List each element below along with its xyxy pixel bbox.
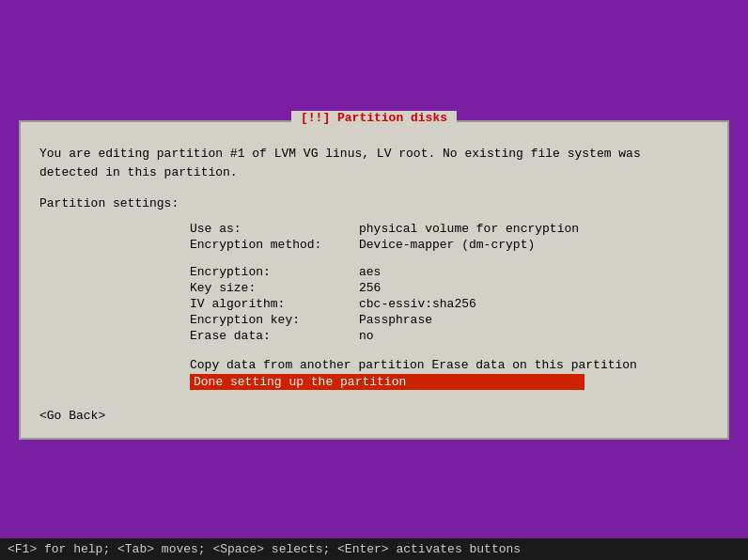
section-label: Partition settings: <box>39 196 709 210</box>
setting-row-iv-algorithm: IV algorithm: cbc-essiv:sha256 <box>190 297 709 311</box>
setting-key-encryption-method: Encryption method: <box>190 238 359 252</box>
description-text: You are editing partition #1 of LVM VG l… <box>39 145 709 181</box>
description-line1: You are editing partition #1 of LVM VG l… <box>39 147 641 161</box>
dialog-box: [!!] Partition disks You are editing par… <box>19 120 729 440</box>
description-line2: detected in this partition. <box>39 165 238 179</box>
main-container: [!!] Partition disks You are editing par… <box>0 0 748 560</box>
setting-value-encryption: aes <box>359 265 381 279</box>
setting-key-erase-data: Erase data: <box>190 329 359 343</box>
go-back-button[interactable]: <Go Back> <box>39 409 709 423</box>
action-copy-data[interactable]: Copy data from another partition <box>190 358 425 372</box>
action-done-setting[interactable]: Done setting up the partition <box>190 374 584 390</box>
setting-key-iv-algorithm: IV algorithm: <box>190 297 359 311</box>
actions-section: Copy data from another partition Erase d… <box>190 358 709 390</box>
title-bar: [!!] Partition disks <box>291 111 457 125</box>
setting-value-encryption-method: Device-mapper (dm-crypt) <box>359 238 535 252</box>
setting-row-encryption: Encryption: aes <box>190 265 709 279</box>
title-text: [!!] Partition disks <box>301 111 447 125</box>
setting-row-encryption-key: Encryption key: Passphrase <box>190 313 709 327</box>
setting-key-encryption-key: Encryption key: <box>190 313 359 327</box>
dialog-content: You are editing partition #1 of LVM VG l… <box>21 122 727 438</box>
action-erase-data[interactable]: Erase data on this partition <box>431 358 636 372</box>
setting-value-encryption-key: Passphrase <box>359 313 432 327</box>
setting-value-erase-data: no <box>359 329 374 343</box>
settings-table: Use as: physical volume for encryption E… <box>190 222 709 343</box>
setting-key-key-size: Key size: <box>190 281 359 295</box>
setting-key-use-as: Use as: <box>190 222 359 236</box>
setting-row-use-as: Use as: physical volume for encryption <box>190 222 709 236</box>
setting-row-key-size: Key size: 256 <box>190 281 709 295</box>
setting-value-key-size: 256 <box>359 281 381 295</box>
setting-row-encryption-method: Encryption method: Device-mapper (dm-cry… <box>190 238 709 252</box>
setting-value-use-as: physical volume for encryption <box>359 222 579 236</box>
setting-row-erase-data: Erase data: no <box>190 329 709 343</box>
setting-key-encryption: Encryption: <box>190 265 359 279</box>
status-bar: <F1> for help; <Tab> moves; <Space> sele… <box>0 538 748 560</box>
setting-value-iv-algorithm: cbc-essiv:sha256 <box>359 297 476 311</box>
